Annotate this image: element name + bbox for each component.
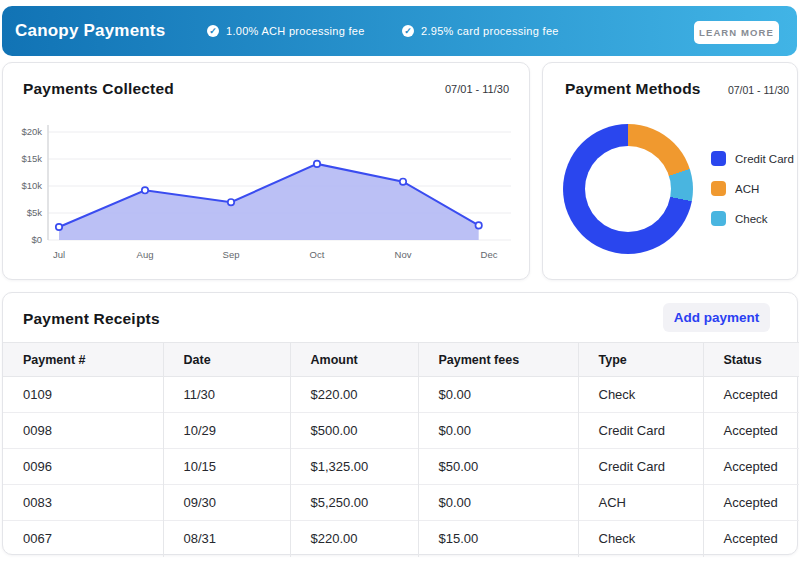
fees-cell: $0.00 bbox=[418, 377, 578, 413]
col-header-amount: Amount bbox=[290, 343, 418, 377]
ach-fee-badge: ✓ 1.00% ACH processing fee bbox=[207, 25, 365, 37]
payment-number-link[interactable]: 0098 bbox=[3, 413, 163, 449]
col-header-payment-number: Payment # bbox=[3, 343, 163, 377]
table-row: 0067 08/31 $220.00 $15.00 Check Accepted bbox=[3, 521, 799, 557]
date-cell: 08/31 bbox=[163, 521, 290, 557]
col-header-type: Type bbox=[578, 343, 703, 377]
col-header-status: Status bbox=[703, 343, 799, 377]
svg-text:Nov: Nov bbox=[395, 249, 412, 260]
svg-text:$10k: $10k bbox=[21, 180, 42, 191]
ach-swatch-icon bbox=[711, 181, 726, 196]
type-cell: Check bbox=[578, 521, 703, 557]
legend-item-check: Check bbox=[711, 211, 794, 226]
check-swatch-icon bbox=[711, 211, 726, 226]
fees-cell: $50.00 bbox=[418, 449, 578, 485]
amount-cell: $5,250.00 bbox=[290, 485, 418, 521]
check-circle-icon: ✓ bbox=[402, 25, 414, 37]
status-cell: Accepted bbox=[703, 413, 799, 449]
payment-methods-legend: Credit Card ACH Check bbox=[711, 151, 794, 226]
type-cell: Credit Card bbox=[578, 413, 703, 449]
date-cell: 09/30 bbox=[163, 485, 290, 521]
receipts-table: Payment # Date Amount Payment fees Type … bbox=[3, 342, 799, 557]
payments-collected-date-range: 07/01 - 11/30 bbox=[445, 83, 509, 95]
payment-methods-title: Payment Methods bbox=[565, 80, 701, 98]
fees-cell: $0.00 bbox=[418, 485, 578, 521]
donut-hole bbox=[585, 146, 671, 232]
svg-text:Jul: Jul bbox=[53, 249, 65, 260]
credit-card-swatch-icon bbox=[711, 151, 726, 166]
payments-collected-card: Payments Collected 07/01 - 11/30 $0$5k$1… bbox=[2, 62, 530, 280]
svg-text:Sep: Sep bbox=[223, 249, 240, 260]
table-row: 0096 10/15 $1,325.00 $50.00 Credit Card … bbox=[3, 449, 799, 485]
date-cell: 11/30 bbox=[163, 377, 290, 413]
fees-cell: $0.00 bbox=[418, 413, 578, 449]
legend-label: Credit Card bbox=[735, 153, 794, 165]
legend-item-credit-card: Credit Card bbox=[711, 151, 794, 166]
svg-text:Dec: Dec bbox=[481, 249, 498, 260]
card-fee-label: 2.95% card processing fee bbox=[421, 25, 559, 37]
learn-more-button[interactable]: LEARN MORE bbox=[694, 21, 779, 44]
table-row: 0109 11/30 $220.00 $0.00 Check Accepted bbox=[3, 377, 799, 413]
add-payment-button[interactable]: Add payment bbox=[663, 303, 770, 332]
date-cell: 10/15 bbox=[163, 449, 290, 485]
type-cell: ACH bbox=[578, 485, 703, 521]
table-header-row: Payment # Date Amount Payment fees Type … bbox=[3, 343, 799, 377]
status-cell: Accepted bbox=[703, 521, 799, 557]
payment-receipts-card: Payment Receipts Add payment Payment # D… bbox=[2, 292, 798, 555]
svg-text:$15k: $15k bbox=[21, 153, 42, 164]
table-row: 0083 09/30 $5,250.00 $0.00 ACH Accepted bbox=[3, 485, 799, 521]
payment-number-link[interactable]: 0083 bbox=[3, 485, 163, 521]
legend-label: Check bbox=[735, 213, 768, 225]
svg-text:$0: $0 bbox=[31, 234, 42, 245]
status-cell: Accepted bbox=[703, 449, 799, 485]
status-cell: Accepted bbox=[703, 377, 799, 413]
table-row: 0098 10/29 $500.00 $0.00 Credit Card Acc… bbox=[3, 413, 799, 449]
legend-item-ach: ACH bbox=[711, 181, 794, 196]
header-bar: Canopy Payments ✓ 1.00% ACH processing f… bbox=[2, 6, 797, 56]
svg-text:Aug: Aug bbox=[137, 249, 154, 260]
payment-methods-donut-chart bbox=[563, 124, 693, 254]
type-cell: Check bbox=[578, 377, 703, 413]
payment-methods-card: Payment Methods 07/01 - 11/30 Credit Car… bbox=[542, 62, 798, 280]
type-cell: Credit Card bbox=[578, 449, 703, 485]
col-header-date: Date bbox=[163, 343, 290, 377]
legend-label: ACH bbox=[735, 183, 759, 195]
payments-line-chart: $0$5k$10k$15k$20kJulAugSepOctNovDec bbox=[19, 119, 519, 267]
payment-number-link[interactable]: 0067 bbox=[3, 521, 163, 557]
status-cell: Accepted bbox=[703, 485, 799, 521]
col-header-payment-fees: Payment fees bbox=[418, 343, 578, 377]
amount-cell: $500.00 bbox=[290, 413, 418, 449]
card-fee-badge: ✓ 2.95% card processing fee bbox=[402, 25, 559, 37]
payment-number-link[interactable]: 0109 bbox=[3, 377, 163, 413]
amount-cell: $220.00 bbox=[290, 377, 418, 413]
check-circle-icon: ✓ bbox=[207, 25, 219, 37]
app-title: Canopy Payments bbox=[15, 21, 165, 41]
svg-text:Oct: Oct bbox=[310, 249, 325, 260]
date-cell: 10/29 bbox=[163, 413, 290, 449]
svg-text:$20k: $20k bbox=[21, 126, 42, 137]
fees-cell: $15.00 bbox=[418, 521, 578, 557]
ach-fee-label: 1.00% ACH processing fee bbox=[226, 25, 365, 37]
svg-text:$5k: $5k bbox=[27, 207, 43, 218]
amount-cell: $1,325.00 bbox=[290, 449, 418, 485]
payment-receipts-title: Payment Receipts bbox=[23, 310, 160, 328]
amount-cell: $220.00 bbox=[290, 521, 418, 557]
payment-number-link[interactable]: 0096 bbox=[3, 449, 163, 485]
payment-methods-date-range: 07/01 - 11/30 bbox=[728, 84, 789, 96]
payments-collected-title: Payments Collected bbox=[23, 80, 174, 98]
